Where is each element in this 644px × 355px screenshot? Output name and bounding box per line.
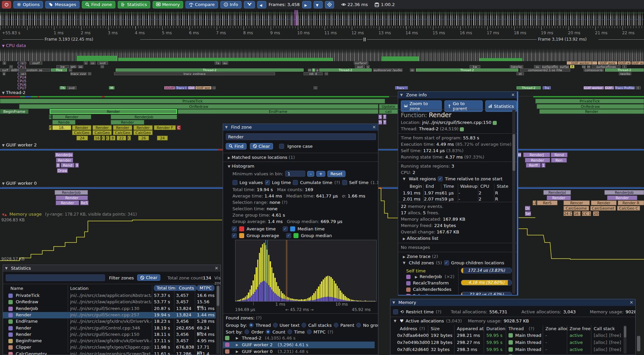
min-bin-input[interactable] xyxy=(285,171,305,177)
cpu-zone-chip[interactable]: Thread-2 xyxy=(605,69,644,72)
timeline-zone[interactable]: 1 xyxy=(541,163,545,168)
timeline-zone[interactable]: RenderJob xyxy=(604,190,644,195)
cpu-zone-chip[interactable]: ~ xyxy=(212,86,216,89)
find-zone-titlebar[interactable]: ▼Find zone ✕ xyxy=(223,124,378,131)
timeline-zone[interactable]: R xyxy=(49,115,52,119)
find-button[interactable]: Find xyxy=(226,143,247,149)
cpu-zone-chip[interactable]: a xyxy=(316,69,319,72)
cpu-zone-chip[interactable]: m xyxy=(308,69,311,72)
goto-frame-button[interactable] xyxy=(325,1,334,8)
find-zone-button[interactable]: Find zone xyxy=(82,1,115,8)
timeline-zone[interactable]: Render xyxy=(56,201,79,205)
prev-frame-button[interactable]: ◀ xyxy=(257,1,266,8)
table-row[interactable]: PrivateTickjni/../jni/src/claw/applicati… xyxy=(3,293,216,299)
timeline-zone[interactable]: CalcGeome xyxy=(564,206,589,211)
compare-button[interactable]: Compare xyxy=(185,1,218,8)
cpu-zone-chip[interactable]: ~ xyxy=(314,86,317,89)
timeline-zone[interactable]: Render xyxy=(607,195,637,200)
group-average-checkbox[interactable]: ✓ xyxy=(232,233,237,238)
cpu-zone-chip[interactable]: GUIF work xyxy=(598,61,617,64)
cpu-zone-chip[interactable]: @0l2g xyxy=(11,69,17,72)
group-by-radio-thread[interactable] xyxy=(249,323,254,327)
memory-col-cstack[interactable]: Call stack xyxy=(594,326,615,331)
cpu-zone-chip[interactable]: rworke xyxy=(619,72,631,75)
down-button[interactable]: ▼ xyxy=(314,1,323,8)
histogram-toggle[interactable]: ▼Histogram xyxy=(228,164,254,169)
matched-source-locations[interactable]: ▶Matched source locations (1) xyxy=(228,155,295,160)
timeline-zone[interactable]: Render xyxy=(111,120,144,125)
child-zone-name[interactable]: RecalcTransform xyxy=(413,280,449,285)
cpu-zone-chip[interactable]: s xyxy=(3,61,6,64)
expand-arrow-icon[interactable]: ▶ xyxy=(236,343,238,347)
timeline-zone[interactable]: C xyxy=(127,136,131,140)
cpu-zone-chip[interactable]: se xyxy=(78,65,83,68)
cpu-zone-chip[interactable]: se xyxy=(20,72,25,75)
ignore-case-checkbox[interactable] xyxy=(279,144,284,149)
table-row[interactable]: 0x7dfc42d64032 bytes298.3 ms59.95 sMain … xyxy=(390,346,622,353)
cpu-zone-chip[interactable]: aud xyxy=(355,65,365,68)
timeline-zone[interactable]: BeginFrame xyxy=(0,109,29,114)
messages-button[interactable]: Messages xyxy=(45,1,79,8)
cpu-zone-chip[interactable]: composer@ xyxy=(584,69,604,72)
timeline-zone[interactable]: S xyxy=(378,115,382,119)
cpu-zone-chip[interactable]: gm xyxy=(70,65,76,68)
timeline-zone[interactable]: Render xyxy=(525,158,550,163)
sort-by-radio-mtpc[interactable] xyxy=(307,329,312,334)
col-counts[interactable]: Counts xyxy=(176,285,197,291)
timeline-zone[interactable]: Render xyxy=(56,158,73,163)
zone-info-scrollbar[interactable] xyxy=(512,110,516,294)
close-icon[interactable]: ✕ xyxy=(511,92,515,98)
zone-trace-toggle[interactable]: ▶Zone trace (2) xyxy=(403,254,438,259)
found-zone-group[interactable]: ▶Thread-2(4,105) 6.46 s xyxy=(223,335,375,342)
options-button[interactable]: _SP_Options xyxy=(13,1,43,8)
timeline-zone[interactable]: Render F xyxy=(154,125,176,130)
wait-regions-row[interactable]: ▼Wait regions✓Time relative to zone star… xyxy=(403,176,502,181)
child-zone-name[interactable]: RenderJob xyxy=(420,274,442,279)
timeline-zone[interactable]: T xyxy=(383,115,386,119)
timeline-zone[interactable]: CC 10 xyxy=(582,211,591,216)
timeline-zone[interactable]: Ren xyxy=(551,158,567,163)
timeline-zone[interactable]: Render xyxy=(113,125,132,130)
timeline-zone[interactable]: RenderJob xyxy=(55,190,88,195)
timeline-zone[interactable]: Render xyxy=(591,201,616,205)
group-by-radio-parent[interactable] xyxy=(334,323,338,327)
cpu-zone-chip[interactable]: s xyxy=(84,61,88,64)
memory-col-duration[interactable]: Duration xyxy=(486,326,505,331)
memory-col-thread[interactable]: Thread xyxy=(508,326,524,331)
col-location[interactable]: Location xyxy=(70,286,89,291)
timeline-zone[interactable]: call xyxy=(379,109,398,114)
timeline-zone[interactable]: -17 xyxy=(533,201,536,205)
cpu-zone-chip[interactable]: M xyxy=(109,86,114,89)
timeline-zone[interactable]: CalcGeo xyxy=(113,130,132,135)
timeline-zone[interactable]: 8 xyxy=(56,163,60,168)
cpu-zone-chip[interactable]: GUIF worker 2 xyxy=(584,86,604,89)
timeline-zone[interactable]: CalcGeo xyxy=(133,130,153,135)
group-by-radio-user-text[interactable] xyxy=(273,323,278,327)
source-color-swatch[interactable] xyxy=(493,121,497,125)
next-frame-button[interactable]: ▶ xyxy=(302,1,311,8)
group-children-checkbox[interactable]: ✓ xyxy=(444,260,449,265)
timeline-zone[interactable]: OnRedraw xyxy=(19,104,378,109)
child-zone-bar[interactable]: 72.92 us (1.62%) xyxy=(461,292,512,296)
memory-button[interactable]: Memory xyxy=(153,1,183,8)
timeline-zone[interactable]: RerS xyxy=(537,201,557,205)
memory-col-zfree[interactable]: Zone free xyxy=(570,326,591,331)
cpu-zone-chip[interactable]: u xyxy=(20,61,25,64)
table-row[interactable]: Renderjni/../jni/src/guif/Screen.cpp:150… xyxy=(3,331,216,338)
zoom-to-zone-button[interactable]: Zoom to zone xyxy=(401,100,442,112)
info-button[interactable]: Info xyxy=(220,1,241,8)
timeline-zone[interactable]: Rend xyxy=(61,163,74,168)
cpu-zone-chip[interactable]: ~ xyxy=(69,69,72,72)
clear-button[interactable]: Clear xyxy=(250,143,273,149)
timeline-zone[interactable]: Render xyxy=(72,125,91,130)
table-row[interactable]: Renderjni/../jni/src/guif/Screen.cpp:257… xyxy=(3,312,216,318)
cpu-zone-chip[interactable]: ss xyxy=(90,61,96,64)
restrict-time-checkbox[interactable] xyxy=(393,309,398,314)
timeline-zone[interactable]: RenderJo xyxy=(55,152,73,157)
timeline-zone[interactable]: 16 C xyxy=(574,211,581,216)
timeline-zone[interactable]: 22 xyxy=(117,136,126,140)
table-row[interactable]: CalcGeometryjni/../jni/src/claw/graphics… xyxy=(3,351,216,355)
memory-col-address[interactable]: Address xyxy=(400,326,417,331)
cpu-zone-chip[interactable]: Thread-2 xyxy=(517,86,541,89)
table-row[interactable]: OnRedrawjni/../jni/src/claw/application/… xyxy=(3,299,216,305)
